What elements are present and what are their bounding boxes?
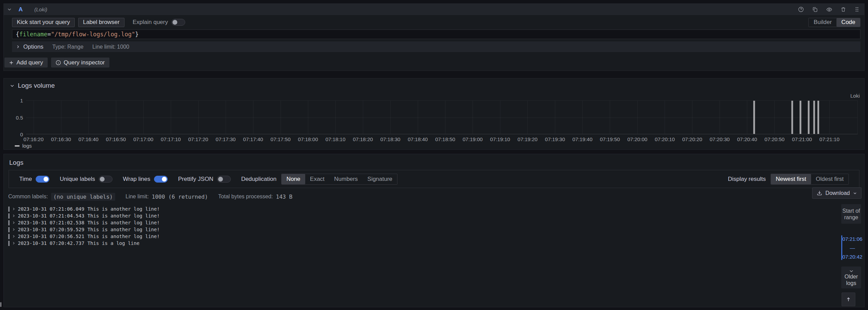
expand-log-chevron-icon[interactable] — [12, 235, 15, 238]
log-timestamp: 2023-10-31 07:20:42.737 — [18, 240, 84, 246]
query-ref-id: A — [19, 6, 23, 13]
x-gridline — [88, 101, 89, 134]
x-gridline — [198, 101, 199, 134]
x-gridline — [582, 101, 583, 134]
duplicate-query-icon[interactable] — [812, 7, 818, 12]
log-timestamp: 2023-10-31 07:20:56.521 — [18, 234, 84, 239]
time-switch[interactable] — [36, 176, 49, 183]
x-gridline — [143, 101, 144, 134]
editor-mode-toggle: Builder Code — [808, 18, 860, 27]
x-gridline — [171, 101, 171, 134]
deduplication-control: Deduplication NoneExactNumbersSignature — [241, 174, 397, 185]
log-message: This is another log line! — [87, 227, 160, 232]
scroll-to-top-button[interactable] — [842, 293, 855, 306]
x-gridline — [363, 101, 363, 134]
logs-volume-bar — [753, 101, 755, 134]
wrap-lines-label: Wrap lines — [123, 176, 150, 183]
y-tick-label: 1 — [20, 98, 23, 103]
collapse-query-chevron-icon[interactable] — [7, 7, 12, 12]
x-gridline — [473, 101, 473, 134]
x-tick-label: 07:20:50 — [764, 136, 784, 142]
label-browser-button[interactable]: Label browser — [78, 18, 124, 27]
x-gridline — [747, 101, 747, 134]
expand-log-chevron-icon[interactable] — [12, 228, 15, 231]
logs-volume-bar — [799, 101, 801, 134]
x-tick-label: 07:19:00 — [463, 136, 483, 142]
log-row[interactable]: 2023-10-31 07:20:56.521This is another l… — [8, 233, 861, 240]
wrap-lines-switch[interactable] — [154, 176, 168, 183]
explore-page: A (Loki) — [3, 3, 865, 307]
x-gridline — [637, 101, 638, 134]
x-tick-label: 07:20:10 — [655, 136, 675, 142]
chevron-down-icon — [849, 269, 854, 273]
x-gridline — [281, 101, 281, 134]
x-tick-label: 07:20:40 — [737, 136, 757, 142]
switch-knob — [100, 177, 105, 182]
y-tick-label: 0.5 — [16, 114, 23, 120]
x-tick-label: 07:20:00 — [627, 136, 647, 142]
dedup-numbers-option[interactable]: Numbers — [329, 174, 362, 184]
log-level-indicator — [8, 213, 10, 219]
loaded-range-indicator[interactable]: 07:21:06 — 07:20:42 — [841, 235, 863, 260]
prettify-json-switch[interactable] — [217, 176, 231, 183]
help-icon[interactable] — [798, 7, 804, 12]
start-of-range-button[interactable]: Start of range — [841, 204, 861, 224]
bytes-processed-label: Total bytes processed: — [218, 194, 273, 200]
display-newest-first-option[interactable]: Newest first — [771, 174, 811, 184]
query-row-section: A (Loki) — [3, 3, 865, 71]
older-logs-button[interactable]: Older logs — [841, 266, 861, 288]
common-labels-label: Common labels: — [8, 194, 48, 200]
up-arrow-icon — [846, 297, 851, 302]
log-row[interactable]: 2023-10-31 07:20:42.737This is a log lin… — [8, 240, 861, 247]
x-gridline — [555, 101, 555, 134]
range-separator: — — [850, 245, 855, 251]
log-row[interactable]: 2023-10-31 07:21:02.538This is another l… — [8, 219, 861, 226]
x-tick-label: 07:20:20 — [682, 136, 702, 142]
logs-volume-panel: Logs volume Loki 10.50 07:16:2007:16:300… — [3, 78, 865, 150]
logs-volume-legend[interactable]: logs — [15, 143, 32, 149]
options-line-limit: Line limit: 1000 — [92, 44, 129, 50]
logs-volume-collapse-chevron-icon[interactable] — [10, 84, 14, 88]
delete-query-trash-icon[interactable] — [841, 7, 846, 12]
query-label-value: "/tmp/flow-logs/log.log" — [51, 31, 135, 38]
unique-labels-switch[interactable] — [99, 176, 112, 183]
bytes-processed-value: 143 B — [276, 194, 293, 200]
x-tick-label: 07:19:20 — [518, 136, 537, 142]
log-level-indicator — [8, 241, 10, 246]
explain-query-switch[interactable] — [171, 19, 185, 26]
logs-volume-bar — [817, 101, 819, 134]
display-results-options: Newest firstOldest first — [771, 174, 849, 185]
query-actions-row: Add query Query inspector — [4, 58, 864, 67]
add-query-button[interactable]: Add query — [4, 58, 48, 67]
display-oldest-first-option[interactable]: Oldest first — [811, 174, 848, 184]
code-mode-option[interactable]: Code — [836, 18, 860, 27]
expand-log-chevron-icon[interactable] — [12, 241, 15, 245]
dedup-none-option[interactable]: None — [282, 174, 305, 184]
x-tick-label: 07:16:20 — [24, 136, 44, 142]
expand-log-chevron-icon[interactable] — [12, 221, 15, 224]
hide-query-eye-icon[interactable] — [826, 7, 832, 13]
page-scrollbar-thumb[interactable] — [0, 302, 1, 307]
query-row-header[interactable]: A (Loki) — [4, 4, 864, 15]
kick-start-query-button[interactable]: Kick start your query — [12, 18, 75, 27]
query-inspector-button[interactable]: Query inspector — [51, 58, 109, 67]
x-gridline — [335, 101, 336, 134]
drag-handle-icon[interactable] — [854, 7, 859, 12]
expand-log-chevron-icon[interactable] — [12, 214, 15, 218]
logs-volume-plot[interactable] — [26, 100, 858, 134]
log-row[interactable]: 2023-10-31 07:21:04.543This is another l… — [8, 212, 861, 219]
query-code-editor[interactable]: {filename="/tmp/flow-logs/log.log"} — [12, 29, 860, 39]
log-row[interactable]: 2023-10-31 07:20:59.529This is another l… — [8, 226, 861, 233]
query-options-row[interactable]: Options Type: Range Line limit: 1000 — [12, 41, 860, 52]
dedup-signature-option[interactable]: Signature — [362, 174, 397, 184]
log-rows-list: 2023-10-31 07:21:06.049This is another l… — [7, 206, 861, 247]
download-icon — [817, 190, 822, 196]
x-tick-label: 07:16:30 — [51, 136, 71, 142]
builder-mode-option[interactable]: Builder — [809, 18, 836, 27]
log-row[interactable]: 2023-10-31 07:21:06.049This is another l… — [8, 206, 861, 212]
logs-volume-xaxis: 07:16:2007:16:3007:16:4007:16:5007:17:00… — [26, 136, 858, 142]
log-message: This is another log line! — [87, 220, 160, 225]
download-button[interactable]: Download — [812, 187, 861, 199]
dedup-exact-option[interactable]: Exact — [305, 174, 330, 184]
expand-log-chevron-icon[interactable] — [12, 207, 15, 211]
